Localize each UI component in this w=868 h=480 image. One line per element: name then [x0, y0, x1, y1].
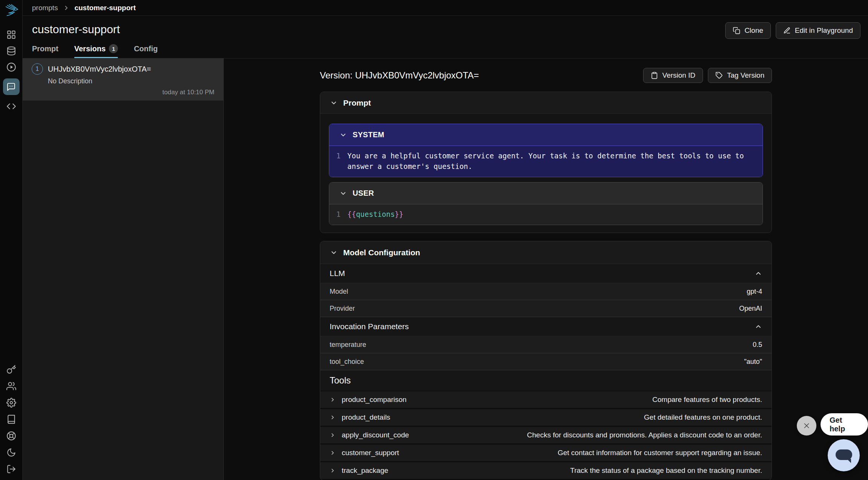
version-detail-panel: Version: UHJvbXB0VmVyc2lvbjoxOTA= Versio…	[224, 58, 868, 480]
chevron-right-icon	[330, 450, 336, 456]
logout-icon[interactable]	[6, 464, 16, 474]
line-number: 1	[329, 150, 347, 172]
version-heading: Version: UHJvbXB0VmVyc2lvbjoxOTA=	[320, 70, 479, 81]
tab-prompt[interactable]: Prompt	[32, 44, 58, 58]
chevron-right-icon	[330, 468, 336, 474]
chevron-down-icon	[339, 131, 347, 139]
model-row: Model gpt-4	[320, 283, 772, 300]
chevron-right-icon	[63, 5, 70, 11]
page-header: customer-support Clone Edit in Playgroun…	[23, 16, 868, 58]
breadcrumb-current: customer-support	[75, 4, 136, 12]
prompt-card: Prompt SYSTEM 1 You are a helpful custom…	[320, 92, 772, 233]
header-actions: Clone Edit in Playground	[725, 22, 860, 39]
tag-version-button[interactable]: Tag Version	[708, 68, 772, 83]
line-number: 1	[329, 209, 347, 219]
user-message-header[interactable]: USER	[329, 182, 763, 204]
user-message-block: USER 1 {{questions}}	[329, 182, 763, 225]
chat-widget-button[interactable]	[828, 439, 860, 471]
prompt-card-header[interactable]: Prompt	[320, 92, 772, 114]
version-id-button[interactable]: Version ID	[643, 68, 703, 83]
version-id-text: UHJvbXB0VmVyc2lvbjoxOTA=	[48, 65, 151, 74]
docs-book-icon[interactable]	[6, 414, 16, 424]
close-icon	[802, 422, 811, 430]
invocation-parameters-row[interactable]: Invocation Parameters	[320, 317, 772, 336]
pencil-icon	[783, 27, 791, 34]
page-title: customer-support	[32, 23, 120, 36]
tool-row-apply-discount-code[interactable]: apply_discount_code Checks for discounts…	[320, 427, 772, 445]
key-icon[interactable]	[6, 365, 16, 374]
datasets-database-icon[interactable]	[6, 46, 16, 56]
system-message-header[interactable]: SYSTEM	[329, 124, 763, 146]
version-heading-row: Version: UHJvbXB0VmVyc2lvbjoxOTA= Versio…	[320, 67, 772, 84]
llm-section-row[interactable]: LLM	[320, 264, 772, 283]
version-description: No Description	[48, 77, 214, 85]
chevron-up-icon	[755, 270, 762, 277]
version-number-badge: 1	[32, 63, 43, 75]
chevron-down-icon	[339, 190, 347, 197]
sidebar	[0, 0, 23, 480]
chat-bubble-icon	[836, 449, 852, 460]
tool-row-customer-support[interactable]: customer_support Get contact information…	[320, 445, 772, 462]
chevron-down-icon	[330, 249, 338, 256]
prompts-chat-icon[interactable]	[3, 78, 20, 95]
clone-button[interactable]: Clone	[725, 22, 771, 39]
user-prompt-template: {{questions}}	[347, 209, 403, 219]
versions-panel: 1 UHJvbXB0VmVyc2lvbjoxOTA= No Descriptio…	[23, 58, 224, 480]
chevron-up-icon	[755, 323, 762, 330]
tool-row-track-package[interactable]: track_package Track the status of a pack…	[320, 462, 772, 480]
topbar: prompts customer-support	[23, 0, 868, 16]
tab-versions[interactable]: Versions 1	[74, 44, 118, 58]
tools-section-header: Tools	[320, 370, 772, 391]
dismiss-help-button[interactable]	[797, 416, 816, 436]
version-timestamp: today at 10:10 PM	[32, 89, 214, 96]
system-message-block: SYSTEM 1 You are a helpful customer serv…	[329, 124, 763, 177]
tool-choice-row: tool_choice "auto"	[320, 353, 772, 370]
breadcrumb-prompts-link[interactable]: prompts	[32, 4, 58, 12]
copy-icon	[733, 27, 740, 34]
settings-gear-icon[interactable]	[6, 398, 16, 408]
tab-config[interactable]: Config	[134, 44, 157, 58]
tool-row-product-details[interactable]: product_details Get detailed features on…	[320, 409, 772, 427]
support-lifebuoy-icon[interactable]	[6, 431, 16, 441]
prompt-card-body: SYSTEM 1 You are a helpful customer serv…	[320, 114, 772, 233]
get-help-button[interactable]: Get help	[821, 413, 868, 436]
clipboard-icon	[651, 72, 658, 79]
tab-bar: Prompt Versions 1 Config	[32, 44, 158, 58]
system-prompt-text: You are a helpful customer service agent…	[347, 150, 749, 172]
edit-in-playground-button[interactable]: Edit in Playground	[776, 22, 860, 39]
user-message-content: 1 {{questions}}	[329, 204, 763, 225]
chevron-right-icon	[330, 397, 336, 403]
model-configuration-header[interactable]: Model Configuration	[320, 241, 772, 264]
phoenix-logo-icon[interactable]	[3, 3, 20, 19]
dashboard-grid-icon[interactable]	[6, 30, 16, 40]
sidebar-nav-bottom	[6, 365, 16, 474]
versions-count-badge: 1	[109, 44, 118, 53]
sidebar-nav-top	[3, 30, 20, 111]
provider-row: Provider OpenAI	[320, 300, 772, 317]
chevron-right-icon	[330, 414, 336, 420]
app-window: prompts customer-support customer-suppor…	[0, 0, 868, 480]
version-list-item[interactable]: 1 UHJvbXB0VmVyc2lvbjoxOTA= No Descriptio…	[23, 58, 223, 101]
code-icon[interactable]	[6, 101, 16, 111]
experiments-play-icon[interactable]	[6, 62, 16, 72]
temperature-row: temperature 0.5	[320, 336, 772, 353]
model-configuration-card: Model Configuration LLM Model gpt-4 Prov…	[320, 241, 772, 480]
tag-icon	[715, 72, 723, 79]
chevron-down-icon	[330, 99, 338, 107]
users-icon[interactable]	[6, 381, 16, 391]
chevron-right-icon	[330, 432, 336, 438]
dark-mode-moon-icon[interactable]	[6, 448, 16, 457]
tool-row-product-comparison[interactable]: product_comparison Compare features of t…	[320, 391, 772, 409]
system-message-content: 1 You are a helpful customer service age…	[329, 146, 763, 177]
